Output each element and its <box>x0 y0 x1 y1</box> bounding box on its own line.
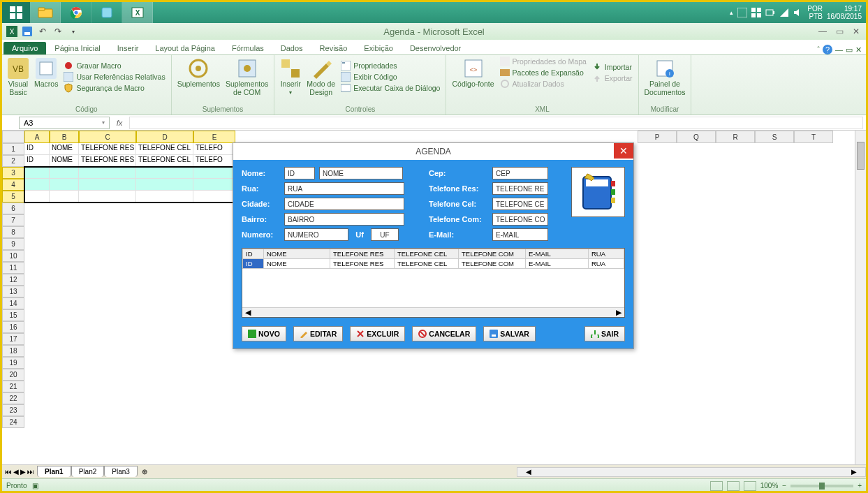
cell[interactable]: TELEFONE RES <box>79 155 136 167</box>
row-header[interactable]: 3 <box>2 167 24 179</box>
qat-dropdown-icon[interactable]: ▾ <box>66 25 80 38</box>
select-all-corner[interactable] <box>2 131 24 143</box>
ribbon-gravar-macro[interactable]: Gravar Macro <box>64 61 165 71</box>
input-cep[interactable] <box>492 167 548 179</box>
ribbon-xml-import[interactable]: Importar <box>592 62 633 72</box>
cell[interactable] <box>50 179 79 191</box>
cell[interactable]: ID <box>24 143 50 155</box>
cell[interactable] <box>136 179 193 191</box>
taskbar-app-notes[interactable] <box>91 2 122 23</box>
fx-icon[interactable]: fx <box>112 119 126 127</box>
ribbon-visual-basic[interactable]: VB Visual Basic <box>8 57 29 96</box>
cell[interactable] <box>50 167 79 179</box>
row-header[interactable]: 14 <box>2 297 24 309</box>
input-uf[interactable] <box>371 228 399 241</box>
zoom-in[interactable]: + <box>858 482 862 490</box>
tray-battery-icon[interactable] <box>765 8 775 17</box>
input-numero[interactable] <box>284 228 348 241</box>
cell[interactable]: ID <box>24 155 50 167</box>
wb-close-icon[interactable]: ✕ <box>855 45 862 54</box>
cell[interactable]: TELEFONE CEL <box>136 143 193 155</box>
cell[interactable] <box>79 191 136 203</box>
input-email[interactable] <box>492 228 548 241</box>
cell[interactable]: NOME <box>50 155 79 167</box>
ribbon-inserir-ctrl[interactable]: Inserir▾ <box>280 57 301 96</box>
column-header[interactable]: T <box>794 131 833 143</box>
records-listbox[interactable]: ID NOME TELEFONE RES TELEFONE CEL TELEFO… <box>242 248 625 318</box>
ribbon-exibir-codigo[interactable]: Exibir Código <box>341 72 440 82</box>
start-button[interactable] <box>2 2 30 23</box>
cell[interactable] <box>50 191 79 203</box>
cell[interactable] <box>24 191 50 203</box>
column-header[interactable]: P <box>638 131 677 143</box>
sheet-nav-prev[interactable]: ◀ <box>13 468 19 476</box>
tab-data[interactable]: Dados <box>272 42 311 54</box>
cell[interactable] <box>193 167 235 179</box>
ribbon-refs-relativas[interactable]: Usar Referências Relativas <box>64 72 165 82</box>
row-header[interactable]: 1 <box>2 143 24 155</box>
tray-chevron-icon[interactable]: ▴ <box>730 9 733 16</box>
input-nome[interactable] <box>319 167 403 179</box>
tab-layout[interactable]: Layout da Página <box>147 42 223 54</box>
row-header[interactable]: 18 <box>2 345 24 357</box>
sheet-nav-first[interactable]: ⏮ <box>5 468 12 476</box>
tray-flag-icon[interactable] <box>737 8 747 17</box>
tab-insert[interactable]: Inserir <box>109 42 147 54</box>
row-header[interactable]: 15 <box>2 309 24 321</box>
close-button[interactable]: ✕ <box>849 27 863 36</box>
formula-input[interactable] <box>129 117 863 129</box>
cell[interactable] <box>79 179 136 191</box>
cancelar-button[interactable]: CANCELAR <box>412 326 476 341</box>
row-header[interactable]: 11 <box>2 262 24 274</box>
minimize-button[interactable]: — <box>816 27 830 36</box>
row-header[interactable]: 10 <box>2 250 24 262</box>
cell[interactable]: NOME <box>50 143 79 155</box>
row-header[interactable]: 4 <box>2 179 24 191</box>
tab-review[interactable]: Revisão <box>311 42 356 54</box>
listbox-hscroll[interactable]: ◀▶ <box>242 307 624 317</box>
zoom-out[interactable]: − <box>782 482 786 490</box>
row-header[interactable]: 17 <box>2 333 24 345</box>
row-header[interactable]: 8 <box>2 226 24 238</box>
name-box[interactable]: A3▾ <box>19 117 110 129</box>
list-row[interactable]: ID NOME TELEFONE RES TELEFONE CEL TELEFO… <box>243 259 624 269</box>
ribbon-executar-dialogo[interactable]: Executar Caixa de Diálogo <box>341 83 440 93</box>
view-pagelayout[interactable] <box>727 481 740 491</box>
tab-view[interactable]: Exibição <box>355 42 402 54</box>
help-icon[interactable]: ? <box>823 45 832 54</box>
row-header[interactable]: 16 <box>2 321 24 333</box>
row-header[interactable]: 20 <box>2 369 24 381</box>
tray-clock[interactable]: 19:17 16/08/2015 <box>827 5 862 20</box>
row-header[interactable]: 5 <box>2 191 24 203</box>
sheet-tab-plan2[interactable]: Plan2 <box>71 466 105 477</box>
wb-minimize-icon[interactable]: — <box>835 45 843 54</box>
zoom-slider[interactable] <box>790 485 853 487</box>
tab-file[interactable]: Arquivo <box>3 42 46 54</box>
qat-save-icon[interactable] <box>20 25 34 38</box>
qat-undo-icon[interactable]: ↶ <box>36 25 50 38</box>
macro-record-icon[interactable]: ▣ <box>32 482 38 490</box>
tray-lang[interactable]: POR PTB <box>807 5 823 20</box>
cell[interactable] <box>193 179 235 191</box>
row-header[interactable]: 19 <box>2 357 24 369</box>
sair-button[interactable]: SAIR <box>584 326 625 341</box>
cell[interactable] <box>136 167 193 179</box>
wb-restore-icon[interactable]: ▭ <box>846 45 853 54</box>
input-cidade[interactable] <box>284 198 404 210</box>
row-header[interactable]: 23 <box>2 404 24 416</box>
tray-volume-icon[interactable] <box>793 8 803 17</box>
tray-network-icon[interactable] <box>779 8 789 17</box>
excel-app-icon[interactable]: X <box>5 25 19 38</box>
tab-home[interactable]: Página Inicial <box>46 42 108 54</box>
cell[interactable] <box>79 167 136 179</box>
ribbon-macros[interactable]: Macros <box>34 57 58 96</box>
cell[interactable] <box>24 167 50 179</box>
input-telres[interactable] <box>492 182 548 195</box>
view-normal[interactable] <box>710 481 723 491</box>
cell[interactable]: TELEFONE RES <box>79 143 136 155</box>
taskbar-app-chrome[interactable] <box>61 2 91 23</box>
cell[interactable] <box>24 179 50 191</box>
column-header[interactable]: B <box>50 131 79 143</box>
row-header[interactable]: 9 <box>2 238 24 250</box>
column-header[interactable]: E <box>193 131 235 143</box>
